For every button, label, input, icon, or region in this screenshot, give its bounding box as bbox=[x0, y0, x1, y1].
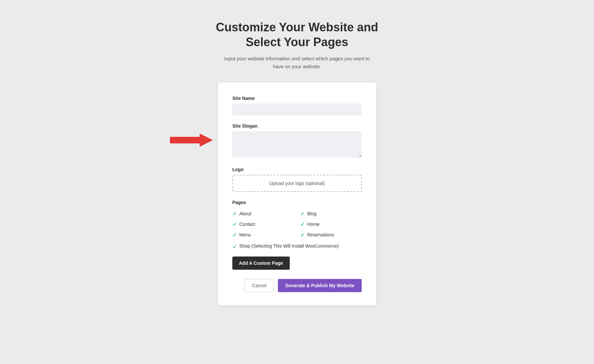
pages-section: Pages ✓ About ✓ Blog ✓ Contact ✓ Home bbox=[232, 200, 362, 292]
logo-field: Logo Upload your logo (optional) bbox=[232, 167, 362, 192]
page-label-blog: Blog bbox=[307, 211, 316, 216]
page-label-about: About bbox=[239, 211, 251, 216]
site-name-input[interactable] bbox=[232, 104, 362, 115]
page-label-reservations: Reservations bbox=[307, 232, 334, 237]
check-icon-contact: ✓ bbox=[232, 221, 237, 228]
pages-grid: ✓ About ✓ Blog ✓ Contact ✓ Home ✓ Menu bbox=[232, 210, 362, 238]
page-item-about[interactable]: ✓ About bbox=[232, 210, 294, 217]
logo-label: Logo bbox=[232, 167, 362, 172]
page-label-contact: Contact bbox=[239, 222, 255, 227]
check-icon-shop: ✓ bbox=[232, 244, 237, 250]
site-slogan-input[interactable] bbox=[232, 131, 362, 158]
page-title: Customize Your Website and Select Your P… bbox=[216, 20, 378, 49]
site-name-label: Site Name bbox=[232, 96, 362, 101]
page-item-blog[interactable]: ✓ Blog bbox=[300, 210, 362, 217]
page-label-shop: Shop (Selecting This Will Install WooCom… bbox=[239, 243, 339, 249]
check-icon-about: ✓ bbox=[232, 211, 237, 217]
site-name-field: Site Name bbox=[232, 96, 362, 115]
page-item-home[interactable]: ✓ Home bbox=[300, 221, 362, 228]
site-slogan-field: Site Slogan bbox=[232, 123, 362, 159]
add-custom-page-button[interactable]: Add A Custom Page bbox=[232, 257, 290, 270]
generate-publish-button[interactable]: Generate & Publish My Website bbox=[278, 279, 362, 292]
page-label-home: Home bbox=[307, 222, 319, 227]
check-icon-reservations: ✓ bbox=[300, 232, 305, 238]
arrow-indicator bbox=[170, 134, 213, 147]
page-item-reservations[interactable]: ✓ Reservations bbox=[300, 231, 362, 238]
page-item-menu[interactable]: ✓ Menu bbox=[232, 231, 294, 238]
page-item-contact[interactable]: ✓ Contact bbox=[232, 221, 294, 228]
pages-label: Pages bbox=[232, 200, 362, 205]
check-icon-blog: ✓ bbox=[300, 211, 305, 217]
svg-marker-0 bbox=[170, 134, 213, 147]
site-slogan-label: Site Slogan bbox=[232, 123, 362, 129]
check-icon-home: ✓ bbox=[300, 221, 305, 228]
check-icon-menu: ✓ bbox=[232, 232, 237, 238]
cancel-button[interactable]: Cancel bbox=[245, 279, 274, 292]
page-item-shop[interactable]: ✓ Shop (Selecting This Will Install WooC… bbox=[232, 243, 362, 250]
form-card: Site Name Site Slogan Logo Upload your l… bbox=[218, 82, 376, 305]
logo-upload-button[interactable]: Upload your logo (optional) bbox=[232, 175, 362, 192]
page-label-menu: Menu bbox=[239, 232, 251, 237]
action-row: Cancel Generate & Publish My Website bbox=[232, 279, 362, 292]
page-subtitle: Input your website information and selec… bbox=[221, 55, 373, 71]
